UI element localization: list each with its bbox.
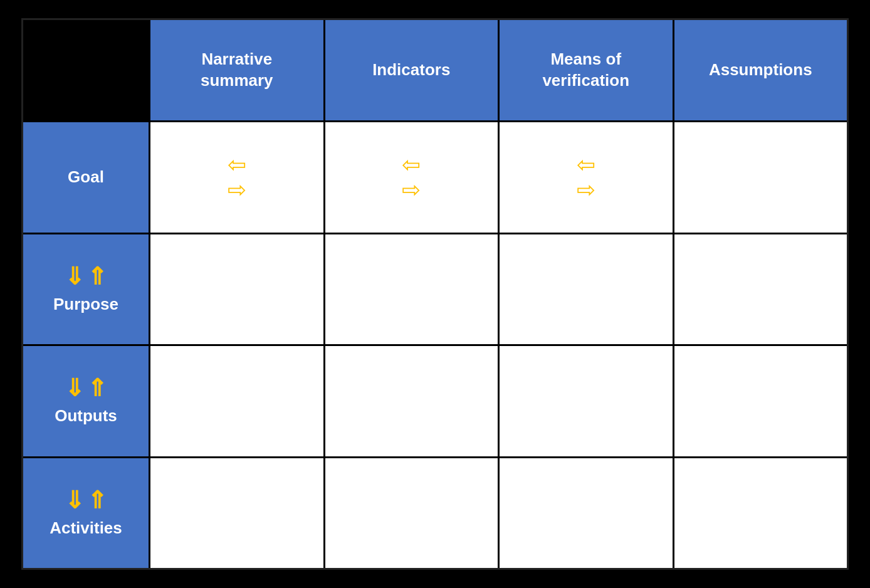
activities-assumptions-cell [674,458,847,569]
outputs-indicators-cell [325,346,498,456]
goal-narrative-arrow-right: ⇨ [228,179,246,201]
header-narrative-summary: Narrative summary [150,20,323,120]
goal-mov-cell: ⇦ ⇨ [500,122,673,233]
header-narrative-label: Narrative summary [201,49,273,92]
purpose-label: Purpose [53,295,118,314]
header-assumptions-label: Assumptions [709,60,812,81]
goal-narrative-cell: ⇦ ⇨ [150,122,323,233]
activities-indicators-cell [325,458,498,569]
header-assumptions: Assumptions [674,20,847,120]
outputs-arrow-down: ⇓ [65,376,85,400]
goal-narrative-arrows: ⇦ ⇨ [228,154,246,201]
outputs-narrative-cell [150,346,323,456]
activities-arrow-up: ⇑ [87,488,107,512]
outputs-assumptions-cell [674,346,847,456]
goal-indicators-arrow-left: ⇦ [402,154,421,176]
logical-framework-table: Narrative summary Indicators Means of ve… [21,18,849,570]
goal-label: Goal [68,167,104,187]
row-header-purpose: ⇓ ⇑ Purpose [23,234,149,345]
goal-narrative-arrow-left: ⇦ [228,154,246,176]
header-indicators-label: Indicators [372,60,450,81]
goal-indicators-arrow-right: ⇨ [402,179,421,201]
header-means-of-verification: Means of verification [500,20,673,120]
activities-arrow-down: ⇓ [65,488,85,512]
goal-mov-arrow-right: ⇨ [577,179,595,201]
purpose-mov-cell [500,234,673,345]
goal-assumptions-cell [674,122,847,233]
purpose-indicators-cell [325,234,498,345]
goal-mov-arrows: ⇦ ⇨ [577,154,595,201]
purpose-assumptions-cell [674,234,847,345]
outputs-label: Outputs [55,406,117,426]
purpose-narrative-cell [150,234,323,345]
activities-label: Activities [50,518,122,538]
goal-mov-arrow-left: ⇦ [577,154,595,176]
goal-indicators-cell: ⇦ ⇨ [325,122,498,233]
row-header-goal: Goal [23,122,149,233]
activities-mov-cell [500,458,673,569]
outputs-mov-cell [500,346,673,456]
goal-indicators-arrows: ⇦ ⇨ [402,154,421,201]
header-mov-label: Means of verification [542,49,629,92]
activities-v-arrows: ⇓ ⇑ [65,488,107,512]
activities-narrative-cell [150,458,323,569]
row-header-outputs: ⇓ ⇑ Outputs [23,346,149,456]
purpose-arrow-down: ⇓ [65,265,85,288]
row-header-activities: ⇓ ⇑ Activities [23,458,149,569]
purpose-v-arrows: ⇓ ⇑ [65,265,107,288]
outputs-v-arrows: ⇓ ⇑ [65,376,107,400]
outputs-arrow-up: ⇑ [87,376,107,400]
purpose-arrow-up: ⇑ [87,265,107,288]
corner-cell [23,20,149,120]
header-indicators: Indicators [325,20,498,120]
